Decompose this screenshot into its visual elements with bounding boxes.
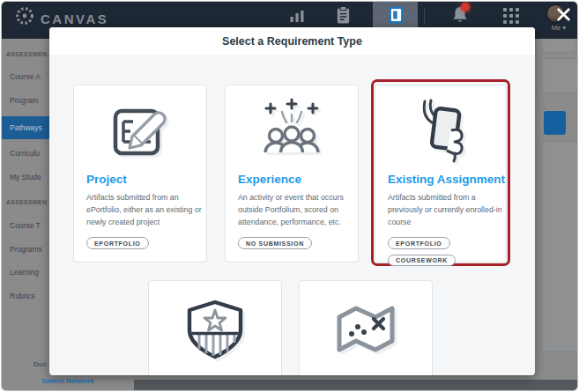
card-description: Artifacts submitted from an ePortfolio, …	[86, 191, 205, 228]
sidebar-item-programs[interactable]: Programs	[10, 245, 42, 254]
shield-star-icon	[149, 281, 281, 369]
requirement-type-modal: Select a Requirement Type Project Artifa…	[49, 27, 535, 375]
card-existing-assignment[interactable]: Existing Assignment Artifacts submitted …	[375, 85, 507, 263]
map-route-icon	[300, 281, 432, 369]
canvas-logo-icon	[14, 5, 35, 30]
background-card	[541, 58, 578, 93]
hand-holding-tablet-icon	[375, 85, 506, 166]
sidebar-item-curriculum[interactable]: Curriculu	[10, 149, 40, 158]
sidebar-item-course-a[interactable]: Course A	[10, 72, 41, 81]
annotation-highlight-box: Existing Assignment Artifacts submitted …	[371, 79, 510, 266]
badge-eportfolio: EPORTFOLIO	[86, 237, 149, 249]
canvas-brand[interactable]: CANVAS	[14, 5, 108, 30]
sidebar-item-pathways-active[interactable]: Pathways	[2, 116, 49, 139]
page-footer	[134, 380, 578, 391]
sidebar-item-learning[interactable]: Learning	[10, 268, 39, 277]
card-description: An activity or event that occurs outside…	[238, 191, 357, 228]
card-experience[interactable]: Experience An activity or event that occ…	[225, 85, 359, 263]
switch-network-link[interactable]: Switch Network	[41, 377, 94, 385]
blueprint-pencil-icon	[74, 85, 206, 166]
close-icon[interactable]	[556, 7, 571, 22]
sidebar-item-my-students[interactable]: My Stude	[10, 173, 41, 181]
me-menu[interactable]: Me ▾	[544, 24, 574, 32]
badge-no-submission: NO SUBMISSION	[238, 237, 312, 249]
card-pathway-completion[interactable]: Pathway Completion	[299, 280, 433, 375]
card-title: Project	[86, 173, 206, 186]
card-title: Existing Assignment	[388, 173, 506, 186]
card-earned-badge[interactable]: Earned Badge	[148, 280, 282, 375]
sidebar-item-program[interactable]: Program	[10, 96, 39, 105]
sidebar-item-course-t[interactable]: Course T	[10, 221, 41, 230]
sidebar-section-header: ASSESSMEN	[6, 199, 47, 205]
people-celebration-icon	[226, 85, 358, 166]
badge-coursework: COURSEWORK	[388, 255, 456, 267]
sidebar-item-rubrics[interactable]: Rubrics	[10, 292, 35, 300]
sidebar-section-header: ASSESSMEN	[6, 51, 47, 57]
card-project[interactable]: Project Artifacts submitted from an ePor…	[73, 85, 207, 263]
modal-title: Select a Requirement Type	[49, 27, 535, 48]
card-description: Artifacts submitted from a previously or…	[388, 191, 507, 228]
badge-eportfolio: EPORTFOLIO	[388, 237, 450, 249]
card-title: Experience	[238, 173, 358, 186]
background-card	[541, 141, 578, 352]
notification-badge	[461, 3, 470, 11]
app-window: CANVAS	[1, 1, 578, 391]
doc-label: Doc	[33, 360, 47, 368]
brand-name: CANVAS	[41, 11, 108, 26]
sidebar-item-label: Pathways	[10, 123, 42, 132]
topbar-divider	[424, 8, 425, 25]
modal-header: Select a Requirement Type	[49, 27, 535, 55]
background-blue-button	[544, 111, 566, 135]
